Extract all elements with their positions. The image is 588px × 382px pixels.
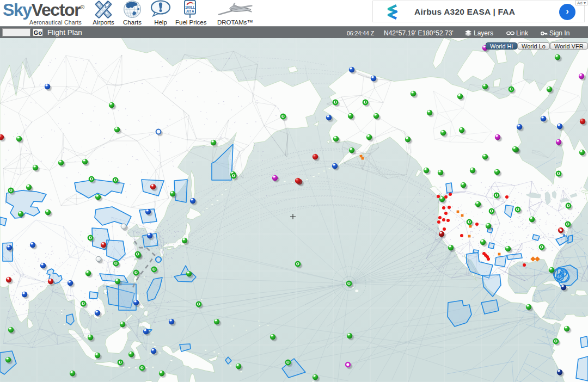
svg-text:Jet A: Jet A xyxy=(186,9,194,13)
svg-text:100LL: 100LL xyxy=(185,5,195,9)
